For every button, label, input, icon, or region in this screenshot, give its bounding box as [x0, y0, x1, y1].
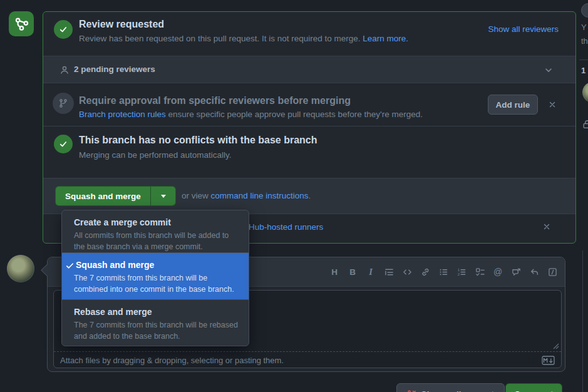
- sidebar-text-fragment: Y: [581, 23, 587, 32]
- pending-reviewers-label: 2 pending reviewers: [74, 64, 155, 74]
- ordered-list-icon: 12: [457, 267, 467, 277]
- close-pull-request-label: Close pull request: [421, 389, 494, 392]
- task-list-icon: [475, 267, 485, 277]
- merge-options-dropdown: Create a merge commit All commits from t…: [61, 210, 249, 346]
- participants-count-fragment: 1: [581, 66, 585, 75]
- heading-icon: H: [331, 267, 338, 277]
- markdown-icon[interactable]: [542, 356, 555, 365]
- toolbar-quote-button[interactable]: [383, 264, 395, 280]
- commit-network-icon: [14, 16, 29, 31]
- close-icon: [542, 222, 551, 231]
- menu-item-title: Squash and merge: [76, 259, 241, 271]
- merge-box: Review requested Review has been request…: [43, 11, 576, 244]
- pending-reviewers-row[interactable]: 2 pending reviewers: [43, 56, 575, 83]
- protection-title: Require approval from specific reviewers…: [79, 95, 351, 106]
- close-icon: [548, 100, 557, 109]
- svg-text:2: 2: [457, 272, 460, 276]
- cross-reference-icon: [512, 267, 521, 277]
- sidebar-button-fragment[interactable]: [581, 3, 588, 18]
- menu-item-squash-and-merge[interactable]: Squash and merge The 7 commits from this…: [62, 252, 249, 299]
- timeline-merge-badge: [9, 11, 34, 36]
- git-branch-icon: [53, 93, 74, 114]
- merge-action-section: Squash and merge or view command line in…: [43, 178, 575, 214]
- lock-icon[interactable]: [582, 119, 588, 130]
- chevron-down-icon[interactable]: [544, 66, 553, 75]
- svg-text:1: 1: [457, 267, 460, 272]
- review-requested-description: Review has been requested on this pull r…: [79, 34, 361, 43]
- merge-options-toggle[interactable]: [150, 186, 176, 206]
- link-icon: [421, 267, 430, 277]
- slash-command-icon: [548, 267, 557, 277]
- toolbar-unordered-list-button[interactable]: [437, 264, 450, 280]
- user-avatar[interactable]: [7, 255, 34, 282]
- dismiss-protection-icon[interactable]: [547, 99, 558, 110]
- menu-item-title: Create a merge commit: [74, 217, 241, 229]
- toolbar-italic-button[interactable]: I: [364, 264, 377, 280]
- no-conflicts-description: Merging can be performed automatically.: [79, 150, 232, 160]
- sidebar-text-fragment: th: [581, 36, 588, 46]
- comment-button[interactable]: Comment: [505, 383, 562, 392]
- unordered-list-icon: [439, 267, 448, 277]
- code-icon: [403, 267, 412, 277]
- check-icon: [65, 261, 75, 271]
- check-circle-icon: [54, 20, 73, 39]
- italic-icon: I: [369, 267, 373, 277]
- toolbar-reply-button[interactable]: [528, 264, 540, 280]
- add-rule-button[interactable]: Add rule: [488, 95, 538, 115]
- resize-handle-icon[interactable]: [553, 343, 559, 349]
- command-line-instructions-link[interactable]: command line instructions: [211, 191, 309, 200]
- review-requested-section: Review requested Review has been request…: [43, 12, 575, 56]
- or-view-text: or view: [182, 191, 209, 200]
- branch-protection-section: Require approval from specific reviewers…: [43, 83, 575, 126]
- toolbar-heading-button[interactable]: H: [328, 264, 341, 280]
- no-conflicts-section: This branch has no conflicts with the ba…: [43, 126, 575, 178]
- attach-files-row[interactable]: Attach files by dragging & dropping, sel…: [54, 352, 561, 368]
- menu-item-description: The 7 commits from this branch will be r…: [74, 319, 241, 342]
- sidebar-divider: [579, 59, 588, 60]
- squash-and-merge-button[interactable]: Squash and merge: [55, 186, 150, 206]
- toolbar-bold-button[interactable]: B: [346, 264, 359, 280]
- bold-icon: B: [349, 267, 356, 277]
- learn-more-link[interactable]: Learn more.: [363, 34, 408, 43]
- quote-icon: [384, 267, 394, 277]
- toolbar-code-button[interactable]: [401, 264, 413, 280]
- pr-closed-icon: [407, 389, 416, 392]
- toolbar-cross-reference-button[interactable]: [510, 264, 522, 280]
- menu-item-title: Rebase and merge: [74, 306, 241, 318]
- check-circle-icon: [54, 135, 73, 153]
- toolbar-task-list-button[interactable]: [473, 264, 486, 280]
- show-all-reviewers-link[interactable]: Show all reviewers: [488, 24, 559, 34]
- reply-icon: [530, 267, 539, 277]
- person-icon: [59, 65, 70, 75]
- mention-icon: @: [493, 267, 502, 277]
- toolbar-ordered-list-button[interactable]: 12: [455, 264, 468, 280]
- menu-item-description: All commits from this branch will be add…: [74, 230, 241, 252]
- review-requested-title: Review requested: [79, 19, 164, 30]
- menu-item-description: The 7 commits from this branch will be c…: [74, 272, 241, 295]
- participant-avatar[interactable]: [582, 82, 588, 103]
- attach-files-hint: Attach files by dragging & dropping, sel…: [60, 356, 542, 365]
- hosted-runners-link-fragment[interactable]: Hub-hosted runners: [249, 222, 323, 232]
- menu-item-create-merge-commit[interactable]: Create a merge commit All commits from t…: [62, 210, 249, 252]
- no-conflicts-title: This branch has no conflicts with the ba…: [79, 135, 317, 146]
- protection-description: ensure specific people approve pull requ…: [168, 110, 423, 119]
- toolbar-slash-command-button[interactable]: [546, 264, 559, 280]
- toolbar-mention-button[interactable]: @: [492, 264, 504, 280]
- pr-merge-page: Review requested Review has been request…: [0, 0, 588, 392]
- markdown-toolbar: H B I 12: [328, 264, 559, 280]
- branch-protection-rules-link[interactable]: Branch protection rules: [79, 110, 166, 119]
- sentence-period: .: [309, 191, 311, 200]
- content-column-divider: [582, 250, 583, 392]
- caret-down-icon: [161, 195, 166, 198]
- dismiss-runners-icon[interactable]: [541, 221, 552, 232]
- close-pull-request-button[interactable]: Close pull request: [396, 383, 505, 392]
- menu-item-rebase-and-merge[interactable]: Rebase and merge The 7 commits from this…: [62, 299, 249, 346]
- toolbar-link-button[interactable]: [419, 264, 431, 280]
